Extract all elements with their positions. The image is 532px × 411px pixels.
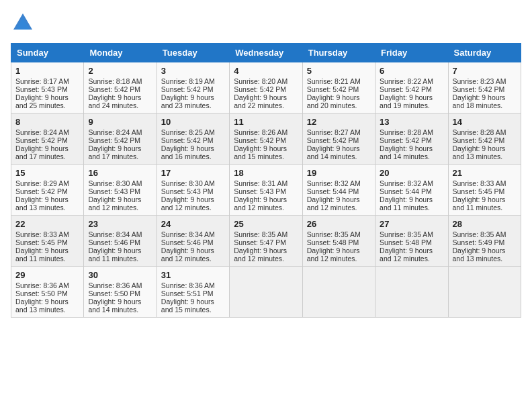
sunset-text: Sunset: 5:49 PM bbox=[453, 238, 517, 246]
calendar-day-cell: 16Sunrise: 8:30 AMSunset: 5:43 PMDayligh… bbox=[84, 165, 157, 216]
day-number: 22 bbox=[15, 219, 79, 229]
sunset-text: Sunset: 5:48 PM bbox=[380, 238, 443, 246]
day-number: 6 bbox=[380, 66, 443, 76]
daylight-text: Daylight: 9 hours and 17 minutes. bbox=[88, 144, 152, 161]
day-number: 24 bbox=[161, 219, 225, 229]
calendar-day-cell: 13Sunrise: 8:28 AMSunset: 5:42 PMDayligh… bbox=[375, 113, 448, 165]
daylight-text: Daylight: 9 hours and 15 minutes. bbox=[161, 298, 225, 314]
daylight-text: Daylight: 9 hours and 12 minutes. bbox=[234, 246, 298, 263]
sunset-text: Sunset: 5:45 PM bbox=[15, 238, 79, 246]
daylight-text: Daylight: 9 hours and 13 minutes. bbox=[15, 195, 79, 212]
calendar-day-cell: 12Sunrise: 8:27 AMSunset: 5:42 PMDayligh… bbox=[302, 113, 375, 165]
day-number: 25 bbox=[234, 219, 298, 229]
day-of-week-header: Thursday bbox=[302, 44, 375, 62]
day-number: 1 bbox=[15, 66, 79, 76]
daylight-text: Daylight: 9 hours and 11 minutes. bbox=[380, 195, 443, 212]
day-number: 2 bbox=[88, 66, 152, 76]
sunrise-text: Sunrise: 8:28 AM bbox=[380, 128, 443, 136]
sunset-text: Sunset: 5:50 PM bbox=[15, 289, 79, 298]
sunrise-text: Sunrise: 8:34 AM bbox=[88, 230, 152, 238]
sunrise-text: Sunrise: 8:22 AM bbox=[380, 77, 443, 85]
sunrise-text: Sunrise: 8:32 AM bbox=[307, 179, 371, 187]
day-number: 26 bbox=[307, 219, 371, 229]
day-number: 4 bbox=[234, 66, 298, 76]
day-number: 7 bbox=[453, 66, 517, 76]
day-of-week-header: Monday bbox=[84, 44, 157, 62]
daylight-text: Daylight: 9 hours and 17 minutes. bbox=[15, 144, 79, 161]
logo-icon bbox=[11, 11, 35, 35]
sunset-text: Sunset: 5:42 PM bbox=[307, 136, 371, 144]
calendar-week-row: 15Sunrise: 8:29 AMSunset: 5:42 PMDayligh… bbox=[11, 165, 521, 216]
sunrise-text: Sunrise: 8:35 AM bbox=[453, 230, 517, 238]
sunset-text: Sunset: 5:42 PM bbox=[380, 85, 443, 93]
daylight-text: Daylight: 9 hours and 13 minutes. bbox=[453, 246, 517, 263]
page-header bbox=[11, 11, 521, 38]
day-number: 12 bbox=[307, 117, 371, 127]
daylight-text: Daylight: 9 hours and 12 minutes. bbox=[380, 246, 443, 263]
day-number: 5 bbox=[307, 66, 371, 76]
sunrise-text: Sunrise: 8:17 AM bbox=[15, 77, 79, 85]
day-number: 27 bbox=[380, 219, 443, 229]
daylight-text: Daylight: 9 hours and 12 minutes. bbox=[234, 195, 298, 212]
sunset-text: Sunset: 5:43 PM bbox=[15, 85, 79, 93]
day-of-week-header: Wednesday bbox=[230, 44, 302, 62]
calendar-day-cell: 22Sunrise: 8:33 AMSunset: 5:45 PMDayligh… bbox=[11, 216, 84, 267]
sunrise-text: Sunrise: 8:35 AM bbox=[307, 230, 371, 238]
calendar-day-cell bbox=[375, 267, 448, 318]
sunset-text: Sunset: 5:46 PM bbox=[161, 238, 225, 246]
sunrise-text: Sunrise: 8:24 AM bbox=[88, 128, 152, 136]
header-row: SundayMondayTuesdayWednesdayThursdayFrid… bbox=[11, 44, 521, 62]
day-of-week-header: Friday bbox=[375, 44, 448, 62]
sunset-text: Sunset: 5:51 PM bbox=[161, 289, 225, 298]
sunrise-text: Sunrise: 8:20 AM bbox=[234, 77, 298, 85]
daylight-text: Daylight: 9 hours and 11 minutes. bbox=[15, 246, 79, 263]
sunset-text: Sunset: 5:42 PM bbox=[15, 187, 79, 195]
daylight-text: Daylight: 9 hours and 23 minutes. bbox=[161, 93, 225, 109]
day-number: 9 bbox=[88, 117, 152, 127]
calendar-day-cell: 28Sunrise: 8:35 AMSunset: 5:49 PMDayligh… bbox=[448, 216, 521, 267]
daylight-text: Daylight: 9 hours and 22 minutes. bbox=[234, 93, 298, 109]
sunrise-text: Sunrise: 8:31 AM bbox=[234, 179, 298, 187]
day-number: 3 bbox=[161, 66, 225, 76]
daylight-text: Daylight: 9 hours and 13 minutes. bbox=[15, 298, 79, 314]
sunrise-text: Sunrise: 8:33 AM bbox=[15, 230, 79, 238]
sunset-text: Sunset: 5:42 PM bbox=[88, 136, 152, 144]
day-number: 16 bbox=[88, 168, 152, 178]
sunrise-text: Sunrise: 8:32 AM bbox=[380, 179, 443, 187]
daylight-text: Daylight: 9 hours and 12 minutes. bbox=[307, 195, 371, 212]
calendar-day-cell: 26Sunrise: 8:35 AMSunset: 5:48 PMDayligh… bbox=[302, 216, 375, 267]
calendar-day-cell: 25Sunrise: 8:35 AMSunset: 5:47 PMDayligh… bbox=[230, 216, 302, 267]
sunset-text: Sunset: 5:43 PM bbox=[88, 187, 152, 195]
day-number: 8 bbox=[15, 117, 79, 127]
calendar-day-cell: 24Sunrise: 8:34 AMSunset: 5:46 PMDayligh… bbox=[157, 216, 229, 267]
sunrise-text: Sunrise: 8:33 AM bbox=[453, 179, 517, 187]
day-number: 14 bbox=[453, 117, 517, 127]
calendar-week-row: 1Sunrise: 8:17 AMSunset: 5:43 PMDaylight… bbox=[11, 62, 521, 113]
daylight-text: Daylight: 9 hours and 13 minutes. bbox=[453, 144, 517, 161]
calendar-day-cell: 21Sunrise: 8:33 AMSunset: 5:45 PMDayligh… bbox=[448, 165, 521, 216]
daylight-text: Daylight: 9 hours and 12 minutes. bbox=[88, 195, 152, 212]
calendar-day-cell: 1Sunrise: 8:17 AMSunset: 5:43 PMDaylight… bbox=[11, 62, 84, 113]
calendar-day-cell: 20Sunrise: 8:32 AMSunset: 5:44 PMDayligh… bbox=[375, 165, 448, 216]
daylight-text: Daylight: 9 hours and 11 minutes. bbox=[88, 246, 152, 263]
logo bbox=[11, 11, 36, 38]
day-number: 11 bbox=[234, 117, 298, 127]
sunset-text: Sunset: 5:42 PM bbox=[161, 136, 225, 144]
sunset-text: Sunset: 5:44 PM bbox=[380, 187, 443, 195]
sunset-text: Sunset: 5:44 PM bbox=[307, 187, 371, 195]
daylight-text: Daylight: 9 hours and 14 minutes. bbox=[88, 298, 152, 314]
daylight-text: Daylight: 9 hours and 12 minutes. bbox=[307, 246, 371, 263]
daylight-text: Daylight: 9 hours and 19 minutes. bbox=[380, 93, 443, 109]
calendar-day-cell: 15Sunrise: 8:29 AMSunset: 5:42 PMDayligh… bbox=[11, 165, 84, 216]
calendar-day-cell: 10Sunrise: 8:25 AMSunset: 5:42 PMDayligh… bbox=[157, 113, 229, 165]
sunrise-text: Sunrise: 8:36 AM bbox=[161, 281, 225, 289]
calendar-day-cell: 11Sunrise: 8:26 AMSunset: 5:42 PMDayligh… bbox=[230, 113, 302, 165]
sunset-text: Sunset: 5:42 PM bbox=[161, 85, 225, 93]
calendar-day-cell: 3Sunrise: 8:19 AMSunset: 5:42 PMDaylight… bbox=[157, 62, 229, 113]
sunrise-text: Sunrise: 8:25 AM bbox=[161, 128, 225, 136]
sunrise-text: Sunrise: 8:18 AM bbox=[88, 77, 152, 85]
sunrise-text: Sunrise: 8:21 AM bbox=[307, 77, 371, 85]
sunset-text: Sunset: 5:42 PM bbox=[453, 85, 517, 93]
calendar-day-cell: 8Sunrise: 8:24 AMSunset: 5:42 PMDaylight… bbox=[11, 113, 84, 165]
calendar-body: 1Sunrise: 8:17 AMSunset: 5:43 PMDaylight… bbox=[11, 62, 521, 318]
